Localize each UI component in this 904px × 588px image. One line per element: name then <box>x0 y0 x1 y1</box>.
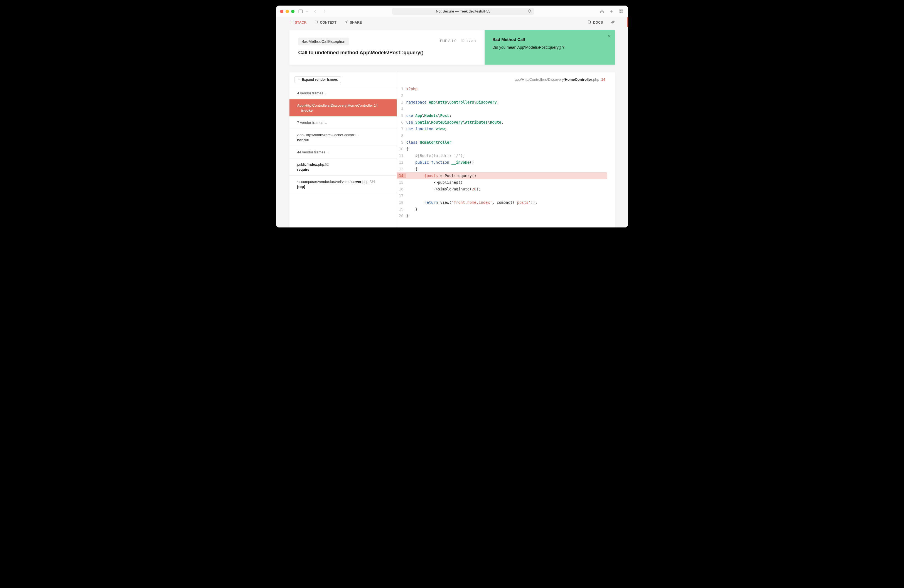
line-number: 18 <box>397 200 406 205</box>
error-details: BadMethodCallException PHP 8.1.0 8.79.0 … <box>289 30 485 65</box>
docs-icon <box>588 20 591 25</box>
line-number: 19 <box>397 207 406 211</box>
svg-rect-12 <box>315 21 317 23</box>
code-line: 2 <box>397 92 607 99</box>
laravel-version: 8.79.0 <box>461 39 476 43</box>
traffic-lights <box>280 10 294 13</box>
svg-rect-0 <box>299 10 303 13</box>
stack-trace-panel: Expand vendor frames 4 vendor frames⌄App… <box>289 73 615 228</box>
new-tab-icon[interactable] <box>608 8 615 15</box>
code-line: 11 #[Route(fullUri: '/')] <box>397 152 607 159</box>
stack-frame[interactable]: 44 vendor frames⌄ <box>289 146 397 158</box>
line-number: 20 <box>397 213 406 218</box>
chevron-down-icon: ⌄ <box>325 122 327 125</box>
share-icon[interactable] <box>599 8 605 15</box>
line-number: 6 <box>397 120 406 125</box>
runtime-meta: PHP 8.1.0 8.79.0 <box>440 39 476 43</box>
stack-frame[interactable]: 7 vendor frames⌄ <box>289 117 397 129</box>
stack-frame[interactable]: 4 vendor frames⌄ <box>289 87 397 100</box>
nav-context-tab[interactable]: CONTEXT <box>314 20 336 25</box>
code-line: 20} <box>397 212 607 219</box>
stack-frame[interactable]: App\Http\Middleware\CacheControl13handle <box>289 129 397 146</box>
close-icon[interactable]: ✕ <box>607 34 611 39</box>
code-line: 7use function view; <box>397 126 607 132</box>
frames-column: Expand vendor frames 4 vendor frames⌄App… <box>289 73 397 228</box>
line-number: 7 <box>397 126 406 131</box>
svg-rect-8 <box>621 12 623 13</box>
code-line: 6use Spatie\RouteDiscovery\Attributes\Ro… <box>397 119 607 126</box>
line-number: 3 <box>397 100 406 104</box>
code-column: app/Http/Controllers/Discovery/HomeContr… <box>397 73 615 228</box>
nav-stack-tab[interactable]: STACK <box>289 20 307 25</box>
code-line: 14 $posts = Post::qquery() <box>397 172 607 179</box>
chevron-down-icon: ⌄ <box>327 151 329 154</box>
stack-frame[interactable]: public/index.php52require <box>289 158 397 175</box>
line-number: 5 <box>397 113 406 118</box>
stack-frame[interactable]: App\Http\Controllers\Discovery\HomeContr… <box>289 100 397 117</box>
code-line: 19 } <box>397 206 607 212</box>
settings-button[interactable] <box>611 20 615 25</box>
minimize-window-button[interactable] <box>286 10 289 13</box>
nav-docs-link[interactable]: DOCS <box>588 20 603 25</box>
php-version: PHP 8.1.0 <box>440 39 457 43</box>
laravel-icon <box>461 39 465 43</box>
stack-icon <box>289 20 293 25</box>
back-button[interactable] <box>312 8 318 15</box>
line-number: 2 <box>397 93 406 98</box>
exception-class: BadMethodCallException <box>299 38 349 45</box>
line-number: 13 <box>397 167 406 171</box>
nav-share-tab[interactable]: SHARE <box>344 20 362 25</box>
code-line: 4 <box>397 106 607 112</box>
context-icon <box>314 20 318 25</box>
code-line: 8 <box>397 132 607 139</box>
code-line: 5use App\Models\Post; <box>397 112 607 119</box>
error-panel: BadMethodCallException PHP 8.1.0 8.79.0 … <box>289 30 615 65</box>
sidebar-toggle-icon[interactable] <box>297 8 304 15</box>
maximize-window-button[interactable] <box>291 10 294 13</box>
solution-panel: ✕ Bad Method Call Did you mean App\Model… <box>485 30 615 65</box>
forward-button[interactable] <box>321 8 328 15</box>
reload-icon[interactable] <box>528 9 531 14</box>
code-listing: 1<?php23namespace App\Http\Controllers\D… <box>397 85 607 219</box>
line-number: 11 <box>397 153 406 158</box>
code-line: 9class HomeController <box>397 139 607 145</box>
expand-icon <box>297 77 300 82</box>
code-line: 13 { <box>397 166 607 172</box>
line-number: 8 <box>397 133 406 138</box>
gear-icon <box>611 20 615 25</box>
ignition-nav: STACK CONTEXT SHARE DOCS <box>276 17 628 28</box>
chevron-down-icon: ⌄ <box>325 92 327 95</box>
code-line: 16 ->simplePaginate(20); <box>397 186 607 192</box>
expand-vendor-button[interactable]: Expand vendor frames <box>294 76 341 83</box>
code-line: 18 return view('front.home.index', compa… <box>397 199 607 206</box>
code-line: 3namespace App\Http\Controllers\Discover… <box>397 99 607 106</box>
address-bar[interactable]: Not Secure — freek.dev.test/#F55 <box>364 8 563 15</box>
error-message: Call to undefined method App\Models\Post… <box>299 50 476 56</box>
scroll-position-marker <box>627 17 628 27</box>
line-number: 1 <box>397 87 406 91</box>
line-number: 17 <box>397 193 406 198</box>
line-number: 9 <box>397 140 406 144</box>
line-number: 4 <box>397 107 406 111</box>
address-text: Not Secure — freek.dev.test/#F55 <box>436 9 490 13</box>
line-number: 15 <box>397 180 406 185</box>
line-number: 14 <box>397 174 406 178</box>
code-line: 15 ->published() <box>397 179 607 186</box>
tab-overview-icon[interactable] <box>618 8 624 15</box>
close-window-button[interactable] <box>280 10 283 13</box>
stack-frame[interactable]: ~/.composer/vendor/laravel/valet/server.… <box>289 175 397 193</box>
chevron-down-icon[interactable] <box>305 8 309 15</box>
svg-rect-5 <box>619 10 621 11</box>
line-number: 10 <box>397 147 406 151</box>
code-line: 1<?php <box>397 85 607 92</box>
browser-window: Not Secure — freek.dev.test/#F55 STACK <box>276 6 628 228</box>
line-number: 16 <box>397 187 406 191</box>
code-line: 12 public function __invoke() <box>397 159 607 166</box>
line-number: 12 <box>397 160 406 164</box>
svg-rect-6 <box>621 10 623 11</box>
solution-title: Bad Method Call <box>492 37 607 42</box>
share-nav-icon <box>344 20 348 25</box>
solution-body: Did you mean App\Models\Post::query() ? <box>492 45 607 49</box>
svg-rect-7 <box>619 12 621 13</box>
code-line: 17 <box>397 192 607 199</box>
